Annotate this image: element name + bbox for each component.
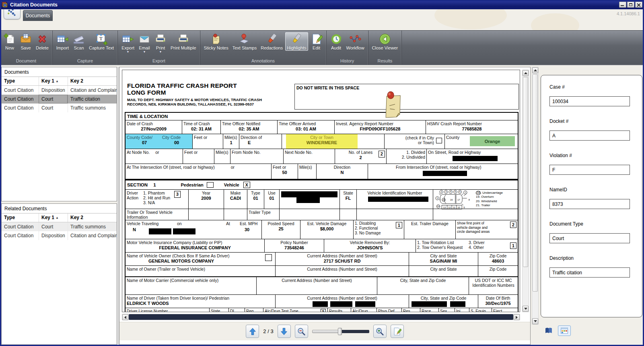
close-button[interactable] — [635, 2, 642, 8]
vertical-scrollbar[interactable] — [522, 70, 529, 312]
redaction-bar[interactable] — [423, 171, 467, 176]
scroll-right-button[interactable] — [514, 314, 520, 320]
pedestrian-checkbox[interactable] — [207, 182, 214, 188]
highlight-annotation-yellow[interactable]: City or Town WINDERMERE — [286, 134, 358, 149]
horizontal-scroll-thumb[interactable] — [129, 314, 513, 320]
redactions-button[interactable]: Redactions — [259, 32, 284, 51]
highlight-annotation-green[interactable]: Orange — [470, 136, 515, 146]
previous-page-button[interactable] — [246, 325, 259, 338]
column-header-key1[interactable]: Key 1▲ — [39, 213, 68, 222]
export-button[interactable]: Export ▼ — [120, 32, 136, 54]
docket-number-input[interactable] — [549, 131, 630, 141]
form-value: 30 — [245, 227, 249, 232]
same-as-driver-checkbox[interactable] — [265, 254, 272, 261]
case-number-input[interactable] — [549, 96, 630, 106]
edit-button[interactable]: Edit — [309, 32, 324, 51]
decorative-swirl — [434, 9, 507, 29]
restore-button[interactable] — [627, 2, 634, 8]
form-label: Est. MPH — [240, 221, 257, 226]
next-page-button[interactable] — [278, 325, 291, 338]
index-scroll-thumb[interactable] — [533, 74, 538, 292]
sticky-note-annotation[interactable] — [383, 91, 403, 118]
save-icon — [20, 33, 32, 45]
annotate-page-button[interactable] — [391, 325, 404, 338]
print-icon — [154, 33, 167, 45]
vehicle-checkbox[interactable]: X — [243, 182, 250, 188]
highlights-button[interactable]: Highlights — [285, 32, 308, 51]
redaction-bar[interactable] — [412, 301, 447, 307]
ribbon-group-annotations: Sticky Notes Text Stamps Redactions High… — [200, 31, 327, 65]
scroll-left-button[interactable] — [122, 314, 128, 320]
nameid-input[interactable] — [549, 199, 630, 209]
tab-documents[interactable]: Documents — [23, 10, 53, 21]
scroll-down-button[interactable] — [523, 306, 529, 312]
redaction-bar[interactable] — [281, 191, 337, 197]
zoom-slider[interactable] — [312, 327, 369, 336]
sticky-notes-button[interactable]: Sticky Notes — [202, 32, 230, 51]
violation-number-input[interactable] — [549, 165, 630, 175]
vertical-scroll-thumb[interactable] — [523, 77, 528, 267]
horizontal-scrollbar[interactable] — [122, 314, 520, 320]
scroll-up-button[interactable] — [523, 70, 529, 76]
form-label: Name of Owner (Trailer or Towed Vehicle) — [127, 267, 274, 271]
table-row[interactable]: Court Citation Disposition Citation and … — [2, 231, 117, 240]
form-label: At The Intersection Of (street, road or … — [127, 165, 215, 170]
column-header-type[interactable]: Type — [2, 77, 39, 85]
index-scrollbar[interactable] — [532, 67, 539, 325]
redaction-bar[interactable] — [149, 228, 171, 234]
table-row[interactable]: Court Citation Court Traffic summons — [2, 222, 117, 231]
table-row[interactable]: Court Citation Court Traffic summons — [2, 104, 117, 112]
scan-button[interactable]: Scan — [71, 32, 86, 51]
delete-button[interactable]: Delete — [34, 32, 50, 51]
form-label: Vehicle — [224, 182, 239, 187]
redaction-bar[interactable] — [368, 197, 428, 202]
svg-text:15: 15 — [442, 199, 445, 201]
scroll-up-button[interactable] — [532, 67, 538, 73]
form-value: 2717 SCHUST RD — [277, 259, 407, 263]
table-row[interactable]: Court Citation Disposition Citation and … — [2, 86, 117, 95]
zoom-out-button[interactable] — [295, 325, 308, 338]
column-header-key2[interactable]: Key 2 — [68, 77, 117, 85]
reading-view-button[interactable] — [542, 325, 555, 336]
redaction-bar[interactable] — [313, 301, 328, 307]
scroll-down-button[interactable] — [532, 318, 538, 324]
print-button[interactable]: Print ▼ — [153, 32, 168, 54]
column-header-key2[interactable]: Key 2 — [68, 213, 117, 222]
print-multiple-button[interactable]: Print Multiple — [169, 32, 198, 51]
form-label: Motor Vehicle Insurance Company (Liabili… — [127, 240, 263, 245]
zoom-slider-track[interactable] — [312, 330, 340, 333]
redaction-bar[interactable] — [453, 156, 498, 161]
import-button[interactable]: Import — [55, 32, 70, 51]
audit-button[interactable]: Audit — [329, 32, 344, 51]
zoom-slider-handle[interactable] — [338, 328, 342, 335]
zoom-slider-track-dark[interactable] — [340, 330, 369, 333]
column-header-key1[interactable]: Key 1▲ — [39, 77, 68, 85]
highlight-annotation-cyan[interactable]: County Code/07 City Code00 — [126, 134, 192, 149]
text-stamps-button[interactable]: Text Stamps — [231, 32, 259, 51]
svg-text:7: 7 — [465, 191, 466, 194]
column-header-type[interactable]: Type — [2, 213, 39, 222]
button-label: Highlights — [287, 46, 306, 50]
description-input[interactable] — [549, 267, 630, 278]
capture-text-button[interactable]: T Capture Text — [87, 32, 115, 51]
save-button[interactable]: Save — [18, 32, 33, 51]
index-grid-view-button[interactable] — [558, 325, 571, 336]
button-label: Print Multiple — [171, 46, 196, 50]
new-button[interactable]: New — [2, 32, 17, 51]
button-label: Text Stamps — [232, 46, 257, 50]
workflow-button[interactable]: Workflow — [345, 32, 366, 51]
redaction-bar[interactable] — [296, 197, 320, 203]
button-label: Edit — [313, 46, 320, 50]
zoom-in-button[interactable] — [373, 325, 387, 338]
redaction-bar[interactable] — [450, 301, 465, 307]
redaction-bar[interactable] — [330, 301, 352, 307]
redaction-bar[interactable] — [355, 301, 375, 307]
table-row-selected[interactable]: Court Citation Court Traffic citation — [2, 95, 117, 104]
redaction-bar[interactable] — [173, 228, 195, 234]
document-type-input[interactable] — [549, 233, 630, 243]
email-button[interactable]: Email ▼ — [137, 32, 152, 54]
city-checkbox[interactable] — [436, 138, 442, 143]
minimize-button[interactable] — [619, 2, 626, 8]
close-viewer-button[interactable]: Close Viewer — [370, 32, 400, 51]
form-label: Current Address (Number and Street) — [277, 296, 407, 300]
